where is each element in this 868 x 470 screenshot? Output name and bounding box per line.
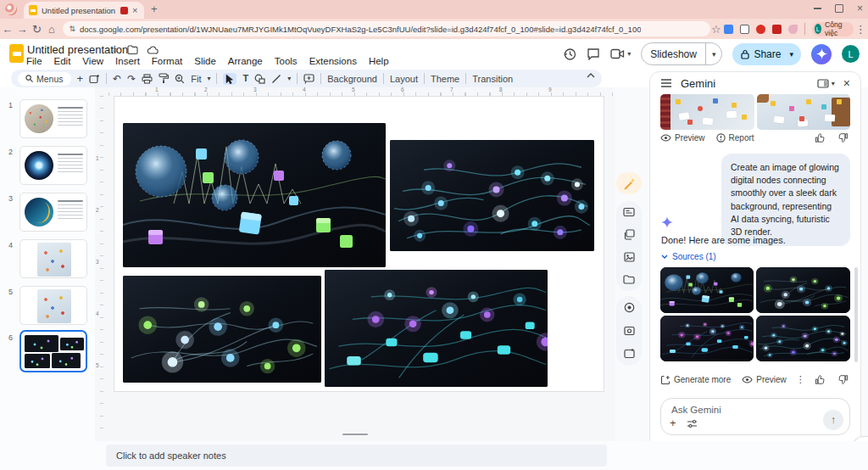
menu-insert[interactable]: Insert [115, 56, 140, 66]
menu-arrange[interactable]: Arrange [228, 56, 263, 66]
window-maximize-icon[interactable] [835, 4, 843, 13]
slide-thumbnail-1[interactable] [19, 99, 87, 138]
slide-thumbnail-4[interactable] [19, 239, 87, 278]
slide-thumbnail-5[interactable] [19, 286, 87, 325]
new-slide-plus-icon[interactable]: + [77, 73, 84, 84]
browser-menu-kebab-icon[interactable]: ⋮ [854, 23, 868, 36]
tune-icon[interactable] [687, 419, 698, 428]
thumbs-up-icon[interactable] [815, 132, 826, 143]
zoom-dropdown-icon[interactable]: ▾ [207, 76, 210, 82]
back-icon[interactable]: ← [0, 23, 14, 36]
browser-tab[interactable]: Untitled presentation - Go × [24, 2, 144, 19]
ask-gemini-box[interactable]: + ↑ [660, 398, 850, 435]
print-icon[interactable] [142, 74, 153, 84]
home-icon[interactable]: ⌂ [44, 23, 58, 36]
menu-tools[interactable]: Tools [275, 56, 298, 66]
insert-comment-icon[interactable] [303, 74, 314, 84]
thumbs-down-icon[interactable] [837, 374, 849, 385]
rail-folder-icon[interactable] [618, 269, 640, 291]
preview-button[interactable]: Preview [660, 133, 705, 143]
slide-image-network-1[interactable] [390, 140, 594, 251]
slideshow-button[interactable]: Slideshow ▾ [641, 42, 722, 65]
extension-red-icon[interactable] [756, 25, 765, 34]
ask-gemini-input[interactable] [671, 405, 815, 415]
menus-search-button[interactable]: Menus [18, 72, 71, 86]
zoom-icon[interactable] [175, 74, 185, 84]
generated-image-2[interactable] [756, 267, 850, 313]
notes-resize-handle[interactable] [342, 434, 368, 435]
share-button[interactable]: Share ▾ [732, 43, 801, 65]
gemini-menu-icon[interactable] [660, 79, 672, 87]
slide-image-network-2[interactable] [325, 270, 548, 387]
account-avatar[interactable]: L [842, 45, 860, 63]
extension-translate-icon[interactable] [724, 25, 733, 34]
result-image-1[interactable] [660, 94, 754, 130]
previous-result-images[interactable] [660, 94, 850, 130]
star-document-icon[interactable]: ☆ [110, 44, 119, 55]
slide-thumbnail-6-selected[interactable] [19, 330, 87, 372]
bookmark-star-icon[interactable]: ☆ [710, 23, 722, 36]
rail-image-icon[interactable] [618, 246, 640, 268]
transition-button[interactable]: Transition [472, 74, 513, 84]
window-minimize-icon[interactable] [814, 8, 821, 8]
meet-button[interactable]: ▾ [610, 48, 631, 59]
site-info-icon[interactable]: ⇅ [70, 25, 75, 33]
speaker-notes[interactable]: Click to add speaker notes [106, 445, 607, 467]
version-history-icon[interactable] [563, 48, 576, 61]
cloud-status-icon[interactable] [147, 46, 159, 54]
slide-thumbnail-3[interactable] [19, 193, 87, 232]
comments-icon[interactable] [587, 48, 600, 60]
menu-format[interactable]: Format [152, 56, 182, 66]
rail-camera-doc-icon[interactable] [618, 320, 640, 342]
meet-dropdown-icon[interactable]: ▾ [627, 50, 631, 58]
menu-edit[interactable]: Edit [54, 56, 71, 66]
shape-tool-icon[interactable] [254, 74, 265, 84]
zoom-select[interactable]: Fit [191, 74, 201, 84]
tab-search-icon[interactable] [5, 3, 17, 15]
redo-icon[interactable]: ↷ [127, 74, 136, 84]
share-dropdown-icon[interactable]: ▾ [785, 50, 798, 59]
paint-format-icon[interactable] [159, 73, 169, 84]
layout-button[interactable]: Layout [390, 74, 418, 84]
rail-gemini-button[interactable] [616, 172, 642, 194]
undo-icon[interactable]: ↶ [113, 74, 121, 84]
slides-logo-icon[interactable] [9, 44, 24, 63]
slide-image-spheres[interactable] [123, 123, 386, 267]
rail-stack-icon[interactable] [618, 224, 640, 246]
sources-toggle[interactable]: Sources (1) [661, 252, 716, 261]
rail-add-box-icon[interactable] [618, 343, 640, 365]
send-button[interactable]: ↑ [823, 410, 843, 430]
grid-preview-button[interactable]: Preview [742, 375, 787, 384]
menu-help[interactable]: Help [369, 56, 389, 66]
move-folder-icon[interactable] [127, 45, 138, 54]
thumbs-up-icon[interactable] [815, 374, 826, 385]
generated-image-1[interactable] [660, 267, 754, 313]
slide-thumbnail-2[interactable] [19, 146, 87, 185]
grid-more-kebab-icon[interactable]: ⋮ [796, 374, 805, 385]
rail-cards-icon[interactable] [618, 201, 640, 223]
gemini-panel-position-button[interactable]: ▾ [817, 79, 835, 88]
menu-extensions[interactable]: Extensions [309, 56, 357, 66]
extension-shop-icon[interactable] [772, 25, 782, 34]
url-text[interactable]: docs.google.com/presentation/d/1WJNUaeu7… [80, 25, 641, 34]
rail-record-icon[interactable] [618, 297, 640, 319]
gemini-close-icon[interactable]: × [843, 76, 850, 90]
slide-canvas[interactable]: 1 2 3 4 5 6 7 8 9 1 2 3 4 5 [95, 87, 615, 441]
tab-close-icon[interactable]: × [132, 6, 137, 15]
menu-slide[interactable]: Slide [194, 56, 216, 66]
menu-view[interactable]: View [82, 56, 103, 66]
new-slide-layout-icon[interactable] [89, 74, 100, 84]
line-tool-icon[interactable] [271, 74, 281, 84]
window-close-icon[interactable]: × [857, 3, 863, 14]
generate-more-button[interactable]: Generate more [660, 375, 731, 385]
thumbs-down-icon[interactable] [837, 132, 849, 143]
result-image-2[interactable] [757, 94, 851, 130]
new-tab-button[interactable]: + [151, 3, 158, 15]
reload-icon[interactable]: ↻ [30, 23, 44, 36]
attach-plus-icon[interactable]: + [670, 417, 676, 429]
forward-icon[interactable]: → [14, 23, 29, 36]
toolbar-collapse-icon[interactable] [587, 73, 595, 78]
extension-pointer-icon[interactable] [788, 25, 798, 34]
gemini-scrollbar[interactable] [854, 267, 858, 362]
browser-profile-chip[interactable]: L Công việc [812, 22, 854, 36]
